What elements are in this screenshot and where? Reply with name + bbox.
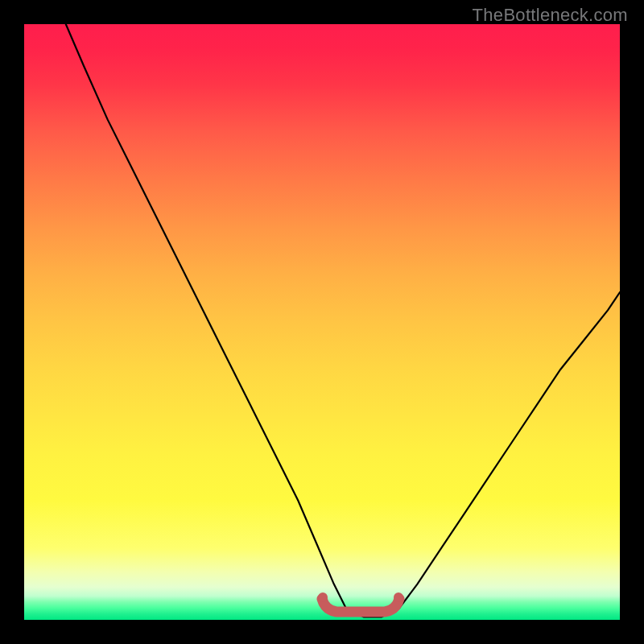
watermark-label: TheBottleneck.com (473, 5, 628, 26)
curve-layer (24, 24, 620, 620)
bottleneck-curve-path (66, 24, 620, 617)
chart-stage: TheBottleneck.com (0, 0, 644, 644)
optimal-range-band (322, 599, 399, 612)
plot-area (24, 24, 620, 620)
optimal-range-left-dot (318, 592, 328, 602)
optimal-range-right-dot (394, 592, 403, 602)
